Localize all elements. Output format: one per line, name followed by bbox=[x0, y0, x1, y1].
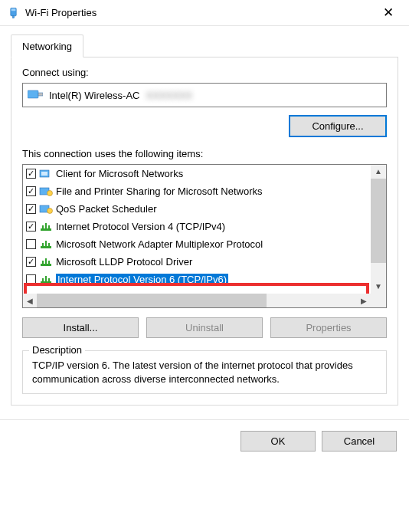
checkbox[interactable]: ✓ bbox=[26, 204, 36, 214]
description-text: TCP/IP version 6. The latest version of … bbox=[32, 359, 377, 386]
list-item[interactable]: Internet Protocol Version 6 (TCP/IPv6) bbox=[23, 271, 370, 288]
svg-rect-13 bbox=[42, 225, 44, 229]
svg-rect-21 bbox=[42, 261, 44, 264]
checkbox[interactable]: ✓ bbox=[26, 222, 36, 232]
svg-rect-16 bbox=[45, 241, 47, 247]
client-icon bbox=[39, 168, 53, 180]
service-icon bbox=[39, 203, 53, 215]
list-item[interactable]: ✓Microsoft LLDP Protocol Driver bbox=[23, 253, 370, 271]
tab-networking[interactable]: Networking bbox=[11, 34, 83, 57]
checkbox[interactable] bbox=[26, 274, 36, 284]
svg-rect-20 bbox=[45, 258, 47, 264]
checkbox[interactable]: ✓ bbox=[26, 257, 36, 267]
svg-rect-24 bbox=[45, 276, 47, 282]
svg-rect-2 bbox=[13, 15, 15, 18]
proto-icon bbox=[39, 274, 53, 286]
list-item-label: Microsoft LLDP Protocol Driver bbox=[56, 256, 192, 268]
proto-icon bbox=[39, 256, 53, 268]
adapter-icon bbox=[8, 7, 19, 19]
svg-rect-17 bbox=[42, 243, 44, 247]
window-title: Wi-Fi Properties bbox=[25, 7, 371, 18]
proto-icon bbox=[39, 238, 53, 251]
properties-button: Properties bbox=[270, 317, 387, 338]
svg-rect-18 bbox=[48, 243, 50, 247]
svg-rect-6 bbox=[41, 172, 47, 176]
cancel-button[interactable]: Cancel bbox=[322, 431, 397, 452]
svg-rect-25 bbox=[42, 278, 44, 282]
svg-point-10 bbox=[47, 208, 53, 213]
svg-rect-4 bbox=[38, 93, 43, 96]
adapter-hidden: XXXXXXX bbox=[146, 90, 192, 101]
list-item-label: Microsoft Network Adapter Multiplexor Pr… bbox=[56, 238, 263, 250]
list-item[interactable]: ✓Internet Protocol Version 4 (TCP/IPv4) bbox=[23, 218, 370, 235]
scroll-left-icon[interactable]: ◀ bbox=[23, 297, 37, 305]
svg-rect-26 bbox=[48, 278, 50, 282]
items-label: This connection uses the following items… bbox=[22, 148, 387, 159]
list-item[interactable]: ✓Client for Microsoft Networks bbox=[23, 165, 370, 182]
list-item-label: File and Printer Sharing for Microsoft N… bbox=[56, 186, 262, 197]
close-button[interactable]: ✕ bbox=[371, 2, 406, 25]
adapter-name: Intel(R) Wireless-AC bbox=[49, 90, 139, 101]
svg-rect-1 bbox=[11, 8, 16, 11]
adapter-field: Intel(R) Wireless-AC XXXXXXX bbox=[22, 83, 387, 107]
scroll-up-icon[interactable]: ▲ bbox=[371, 165, 386, 179]
service-icon bbox=[39, 186, 53, 198]
svg-rect-22 bbox=[48, 261, 50, 264]
ok-button[interactable]: OK bbox=[240, 431, 316, 452]
horizontal-scrollbar[interactable]: ◀ ▶ bbox=[23, 294, 371, 307]
list-item[interactable]: ✓File and Printer Sharing for Microsoft … bbox=[23, 182, 370, 200]
install-button[interactable]: Install... bbox=[22, 317, 139, 338]
vertical-scrollbar[interactable]: ▲ ▼ bbox=[371, 165, 386, 294]
items-listbox: ✓Client for Microsoft Networks✓File and … bbox=[22, 164, 387, 308]
proto-icon bbox=[39, 221, 53, 233]
configure-button[interactable]: Configure... bbox=[289, 115, 387, 137]
list-item-label: Client for Microsoft Networks bbox=[56, 168, 183, 179]
list-item[interactable]: Microsoft Network Adapter Multiplexor Pr… bbox=[23, 235, 370, 253]
scroll-down-icon[interactable]: ▼ bbox=[371, 280, 386, 294]
checkbox[interactable]: ✓ bbox=[26, 169, 36, 179]
svg-rect-3 bbox=[28, 90, 38, 98]
monitor-icon bbox=[28, 89, 43, 101]
checkbox[interactable]: ✓ bbox=[26, 186, 36, 196]
description-legend: Description bbox=[29, 344, 85, 356]
uninstall-button: Uninstall bbox=[146, 317, 263, 338]
svg-point-8 bbox=[47, 190, 53, 195]
scroll-right-icon[interactable]: ▶ bbox=[357, 297, 371, 305]
list-item[interactable]: ✓QoS Packet Scheduler bbox=[23, 200, 370, 218]
connect-using-label: Connect using: bbox=[22, 67, 387, 78]
list-item-label: Internet Protocol Version 6 (TCP/IPv6) bbox=[56, 274, 228, 285]
checkbox[interactable] bbox=[26, 239, 36, 249]
svg-rect-14 bbox=[48, 225, 50, 229]
list-item-label: Internet Protocol Version 4 (TCP/IPv4) bbox=[56, 221, 225, 232]
scroll-thumb[interactable] bbox=[371, 179, 386, 263]
svg-rect-12 bbox=[45, 223, 47, 229]
scroll-thumb[interactable] bbox=[37, 294, 267, 307]
list-item-label: QoS Packet Scheduler bbox=[56, 203, 157, 215]
